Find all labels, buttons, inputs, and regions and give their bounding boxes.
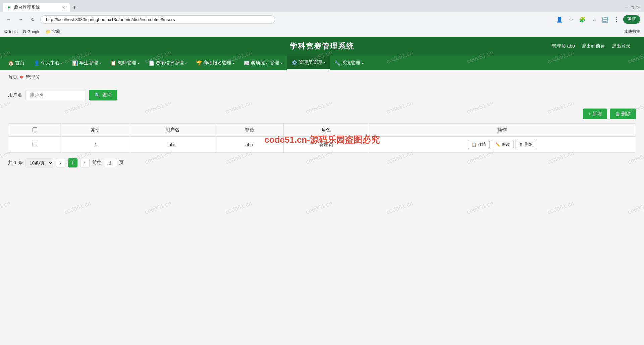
row-delete-button[interactable]: 🗑 删除 <box>516 140 536 149</box>
select-all-checkbox[interactable] <box>33 127 37 132</box>
search-button[interactable]: 🔍 查询 <box>89 90 117 100</box>
profile-icon[interactable]: 👤 <box>555 15 564 24</box>
row-username: abo <box>130 137 215 153</box>
profile-nav-icon: 👤 <box>34 60 40 66</box>
table-header-row: 索引 用户名 邮箱 角色 操作 <box>8 124 636 137</box>
nav-item-competition-reg[interactable]: 🏆 赛项报名管理 ▾ <box>192 56 239 70</box>
nav-item-competition-info[interactable]: 📄 赛项信息管理 ▾ <box>144 56 192 70</box>
next-page-button[interactable]: › <box>80 158 90 167</box>
search-label: 用户名 <box>8 92 22 98</box>
new-button[interactable]: + 新增 <box>583 109 607 119</box>
col-checkbox <box>8 124 61 137</box>
admin-nav-icon: ⚙️ <box>291 60 297 65</box>
admin-label: 管理员 abo <box>552 43 575 49</box>
chevron-down-icon: ▾ <box>99 61 101 65</box>
new-tab-button[interactable]: + <box>70 3 79 12</box>
breadcrumb-current: 管理员 <box>25 74 40 80</box>
bookmark-tools[interactable]: ⚙ tools <box>4 29 17 34</box>
browser-tab[interactable]: ▼ 后台管理系统 ✕ <box>3 3 70 12</box>
chevron-down-icon: ▾ <box>61 61 63 65</box>
app-header: 学科竞赛管理系统 管理员 abo 退出到前台 退出登录 <box>0 37 644 56</box>
search-input[interactable] <box>25 90 86 100</box>
update-button[interactable]: 更新 <box>623 15 640 24</box>
edit-icon: ✏️ <box>495 142 500 147</box>
tab-icon: ▼ <box>7 5 11 10</box>
detail-button[interactable]: 📋 详情 <box>468 140 490 149</box>
bookmark-collection[interactable]: 📁 宝藏 <box>46 29 60 34</box>
data-table: 索引 用户名 邮箱 角色 操作 1 abo abo 管理员 📋 详情 <box>8 123 636 153</box>
search-bar: 用户名 🔍 查询 <box>8 84 636 103</box>
page-goto: 前往 页 <box>92 159 124 167</box>
nav-item-teachers[interactable]: 📋 教师管理 ▾ <box>106 56 144 70</box>
col-actions: 操作 <box>368 124 636 137</box>
back-button[interactable]: ← <box>4 15 13 24</box>
total-count: 共 1 条 <box>8 160 23 166</box>
row-index: 1 <box>61 137 130 153</box>
col-role: 角色 <box>284 124 368 137</box>
app-title: 学科竞赛管理系统 <box>290 41 354 51</box>
goto-input[interactable] <box>104 159 117 167</box>
prev-page-button[interactable]: ‹ <box>56 158 65 167</box>
batch-delete-button[interactable]: 🗑 删除 <box>610 109 636 119</box>
address-bar[interactable] <box>40 15 275 24</box>
back-to-front-button[interactable]: 退出到前台 <box>582 43 605 49</box>
window-minimize-button[interactable]: ─ <box>625 5 628 10</box>
window-maximize-button[interactable]: □ <box>631 5 634 10</box>
edit-button[interactable]: ✏️ 修改 <box>492 140 514 149</box>
main-nav: 🏠 首页 👤 个人中心 ▾ 📊 学生管理 ▾ 📋 教师管理 ▾ 📄 赛项信息管理… <box>0 56 644 70</box>
extensions-icon[interactable]: 🧩 <box>578 15 587 24</box>
system-icon: 🔧 <box>334 60 340 66</box>
teachers-icon: 📋 <box>110 60 116 66</box>
chevron-down-icon: ▾ <box>138 61 139 65</box>
per-page-select[interactable]: 10条/页 20条/页 50条/页 <box>25 158 53 167</box>
action-bar: + 新增 🗑 删除 <box>8 109 636 119</box>
nav-item-students[interactable]: 📊 学生管理 ▾ <box>67 56 106 70</box>
forward-button[interactable]: → <box>16 15 25 24</box>
nav-item-system[interactable]: 🔧 系统管理 ▾ <box>330 56 368 70</box>
breadcrumb-home[interactable]: 首页 <box>8 74 17 80</box>
detail-icon: 📋 <box>472 142 477 147</box>
home-icon: 🏠 <box>8 60 14 66</box>
bookmark-other[interactable]: 其他书签 <box>624 29 640 34</box>
nav-item-awards[interactable]: 📰 奖项统计管理 ▾ <box>239 56 287 70</box>
awards-icon: 📰 <box>244 60 250 66</box>
row-email: abo <box>215 137 283 153</box>
chevron-down-icon: ▾ <box>323 61 325 64</box>
row-checkbox[interactable] <box>33 142 37 146</box>
menu-icon[interactable]: ⋮ <box>612 15 621 24</box>
breadcrumb: 首页 ❤ 管理员 <box>0 70 644 84</box>
nav-item-home[interactable]: 🏠 首页 <box>3 56 29 70</box>
delete-icon: 🗑 <box>519 142 523 147</box>
reload-button[interactable]: ↻ <box>28 15 38 24</box>
tools-icon: ⚙ <box>4 29 8 34</box>
col-index: 索引 <box>61 124 130 137</box>
table-row: 1 abo abo 管理员 📋 详情 ✏️ 修改 <box>8 137 636 153</box>
collection-icon: 📁 <box>46 29 51 34</box>
downloads-icon[interactable]: ↓ <box>589 15 598 24</box>
row-action-buttons: 📋 详情 ✏️ 修改 🗑 删除 <box>374 140 630 149</box>
row-checkbox-cell <box>8 137 61 153</box>
bookmark-icon[interactable]: ☆ <box>566 15 576 24</box>
page-1-button[interactable]: 1 <box>68 158 77 167</box>
google-icon: G <box>23 29 26 34</box>
pagination: 共 1 条 10条/页 20条/页 50条/页 ‹ 1 › 前往 页 <box>8 153 636 167</box>
bookmark-google[interactable]: G Google <box>23 29 40 34</box>
nav-item-profile[interactable]: 👤 个人中心 ▾ <box>29 56 67 70</box>
competition-info-icon: 📄 <box>149 60 154 66</box>
nav-item-admin[interactable]: ⚙️ 管理员管理 ▾ <box>287 56 330 70</box>
chevron-down-icon: ▾ <box>185 61 187 65</box>
col-email: 邮箱 <box>215 124 283 137</box>
sync-icon[interactable]: 🔄 <box>600 15 610 24</box>
tab-close-button[interactable]: ✕ <box>62 5 66 10</box>
breadcrumb-separator: ❤ <box>19 75 23 80</box>
chevron-down-icon: ▾ <box>233 61 234 65</box>
goto-label: 前往 <box>92 160 102 166</box>
competition-reg-icon: 🏆 <box>196 60 202 66</box>
tab-title: 后台管理系统 <box>14 4 59 10</box>
row-role: 管理员 <box>284 137 368 153</box>
window-close-button[interactable]: ✕ <box>636 5 640 10</box>
chevron-down-icon: ▾ <box>280 61 282 65</box>
logout-button[interactable]: 退出登录 <box>612 43 631 49</box>
chevron-down-icon: ▾ <box>362 61 363 65</box>
col-username: 用户名 <box>130 124 215 137</box>
